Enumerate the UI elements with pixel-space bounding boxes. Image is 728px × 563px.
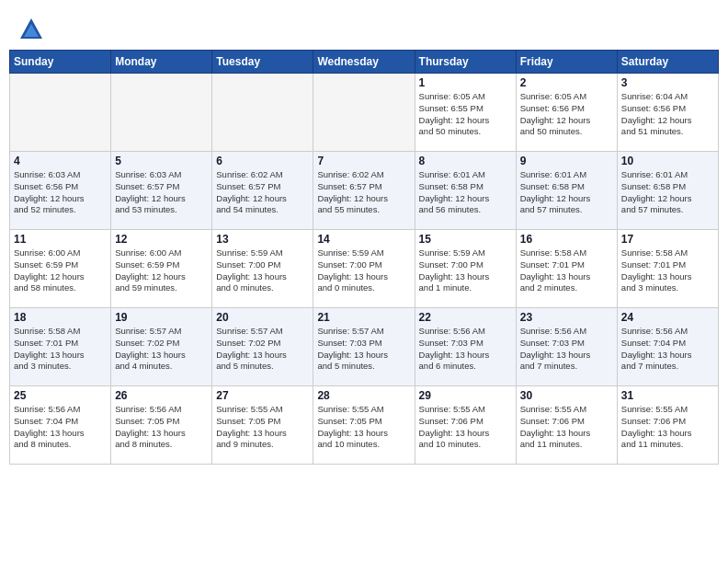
calendar-cell: 22Sunrise: 5:56 AMSunset: 7:03 PMDayligh… (415, 308, 516, 386)
day-info: Sunrise: 5:55 AMSunset: 7:05 PMDaylight:… (317, 404, 410, 451)
day-number: 10 (621, 155, 714, 167)
calendar-cell: 27Sunrise: 5:55 AMSunset: 7:05 PMDayligh… (212, 386, 313, 465)
day-number: 29 (419, 389, 512, 402)
day-number: 23 (520, 311, 613, 324)
day-info: Sunrise: 5:58 AMSunset: 7:01 PMDaylight:… (14, 326, 107, 373)
calendar-cell: 9Sunrise: 6:01 AMSunset: 6:58 PMDaylight… (516, 152, 617, 230)
day-number: 12 (115, 233, 208, 246)
day-number: 9 (520, 155, 613, 167)
calendar-cell: 18Sunrise: 5:58 AMSunset: 7:01 PMDayligh… (10, 308, 111, 386)
calendar-cell: 11Sunrise: 6:00 AMSunset: 6:59 PMDayligh… (10, 230, 111, 308)
day-info: Sunrise: 5:56 AMSunset: 7:05 PMDaylight:… (115, 404, 208, 451)
column-header-monday: Monday (111, 51, 212, 74)
day-info: Sunrise: 5:59 AMSunset: 7:00 PMDaylight:… (216, 247, 309, 294)
calendar-cell: 12Sunrise: 6:00 AMSunset: 6:59 PMDayligh… (111, 230, 212, 308)
calendar-cell (212, 74, 313, 152)
calendar-week-row: 11Sunrise: 6:00 AMSunset: 6:59 PMDayligh… (10, 230, 719, 308)
logo (18, 17, 48, 42)
calendar-cell: 19Sunrise: 5:57 AMSunset: 7:02 PMDayligh… (111, 308, 212, 386)
day-number: 8 (419, 155, 512, 167)
day-info: Sunrise: 5:59 AMSunset: 7:00 PMDaylight:… (419, 247, 512, 294)
day-info: Sunrise: 5:57 AMSunset: 7:02 PMDaylight:… (216, 326, 309, 373)
day-number: 17 (621, 233, 714, 246)
column-header-friday: Friday (516, 51, 617, 74)
day-number: 26 (115, 389, 208, 402)
day-info: Sunrise: 6:01 AMSunset: 6:58 PMDaylight:… (520, 169, 613, 216)
day-number: 19 (115, 311, 208, 324)
day-info: Sunrise: 6:00 AMSunset: 6:59 PMDaylight:… (115, 247, 208, 294)
day-info: Sunrise: 5:55 AMSunset: 7:05 PMDaylight:… (216, 404, 309, 451)
day-info: Sunrise: 6:02 AMSunset: 6:57 PMDaylight:… (216, 169, 309, 216)
calendar-week-row: 25Sunrise: 5:56 AMSunset: 7:04 PMDayligh… (10, 386, 719, 465)
day-info: Sunrise: 5:56 AMSunset: 7:03 PMDaylight:… (520, 326, 613, 373)
day-info: Sunrise: 5:59 AMSunset: 7:00 PMDaylight:… (317, 247, 410, 294)
day-number: 7 (317, 155, 410, 167)
calendar-week-row: 4Sunrise: 6:03 AMSunset: 6:56 PMDaylight… (10, 152, 719, 230)
calendar-table: SundayMondayTuesdayWednesdayThursdayFrid… (9, 50, 719, 465)
calendar-cell: 23Sunrise: 5:56 AMSunset: 7:03 PMDayligh… (516, 308, 617, 386)
calendar-cell: 20Sunrise: 5:57 AMSunset: 7:02 PMDayligh… (212, 308, 313, 386)
day-number: 21 (317, 311, 410, 324)
day-info: Sunrise: 5:58 AMSunset: 7:01 PMDaylight:… (520, 247, 613, 294)
calendar-cell: 17Sunrise: 5:58 AMSunset: 7:01 PMDayligh… (617, 230, 718, 308)
calendar-header-row: SundayMondayTuesdayWednesdayThursdayFrid… (10, 51, 719, 74)
calendar-cell: 7Sunrise: 6:02 AMSunset: 6:57 PMDaylight… (313, 152, 415, 230)
page-header (9, 9, 719, 46)
day-info: Sunrise: 5:56 AMSunset: 7:04 PMDaylight:… (621, 326, 714, 373)
day-number: 2 (520, 76, 613, 89)
column-header-saturday: Saturday (617, 51, 718, 74)
calendar-cell: 6Sunrise: 6:02 AMSunset: 6:57 PMDaylight… (212, 152, 313, 230)
calendar-cell (111, 74, 212, 152)
calendar-cell: 31Sunrise: 5:55 AMSunset: 7:06 PMDayligh… (617, 386, 718, 465)
day-number: 13 (216, 233, 309, 246)
calendar-cell: 28Sunrise: 5:55 AMSunset: 7:05 PMDayligh… (313, 386, 415, 465)
day-number: 14 (317, 233, 410, 246)
calendar-cell (10, 74, 111, 152)
day-number: 31 (621, 389, 714, 402)
day-info: Sunrise: 6:02 AMSunset: 6:57 PMDaylight:… (317, 169, 410, 216)
day-info: Sunrise: 5:57 AMSunset: 7:03 PMDaylight:… (317, 326, 410, 373)
calendar-week-row: 1Sunrise: 6:05 AMSunset: 6:55 PMDaylight… (10, 74, 719, 152)
day-number: 25 (14, 389, 107, 402)
calendar-cell (313, 74, 415, 152)
day-number: 3 (621, 76, 714, 89)
logo-icon (18, 17, 44, 42)
day-number: 16 (520, 233, 613, 246)
calendar-cell: 14Sunrise: 5:59 AMSunset: 7:00 PMDayligh… (313, 230, 415, 308)
column-header-wednesday: Wednesday (313, 51, 415, 74)
calendar-cell: 29Sunrise: 5:55 AMSunset: 7:06 PMDayligh… (415, 386, 516, 465)
day-info: Sunrise: 5:56 AMSunset: 7:03 PMDaylight:… (419, 326, 512, 373)
day-info: Sunrise: 6:00 AMSunset: 6:59 PMDaylight:… (14, 247, 107, 294)
column-header-thursday: Thursday (415, 51, 516, 74)
calendar-cell: 4Sunrise: 6:03 AMSunset: 6:56 PMDaylight… (10, 152, 111, 230)
column-header-sunday: Sunday (10, 51, 111, 74)
day-info: Sunrise: 5:56 AMSunset: 7:04 PMDaylight:… (14, 404, 107, 451)
day-number: 30 (520, 389, 613, 402)
day-info: Sunrise: 5:55 AMSunset: 7:06 PMDaylight:… (621, 404, 714, 451)
calendar-cell: 15Sunrise: 5:59 AMSunset: 7:00 PMDayligh… (415, 230, 516, 308)
column-header-tuesday: Tuesday (212, 51, 313, 74)
day-info: Sunrise: 6:05 AMSunset: 6:56 PMDaylight:… (520, 91, 613, 138)
calendar-cell: 16Sunrise: 5:58 AMSunset: 7:01 PMDayligh… (516, 230, 617, 308)
day-info: Sunrise: 6:03 AMSunset: 6:57 PMDaylight:… (115, 169, 208, 216)
day-number: 15 (419, 233, 512, 246)
calendar-cell: 5Sunrise: 6:03 AMSunset: 6:57 PMDaylight… (111, 152, 212, 230)
day-info: Sunrise: 5:57 AMSunset: 7:02 PMDaylight:… (115, 326, 208, 373)
day-number: 20 (216, 311, 309, 324)
day-number: 5 (115, 155, 208, 167)
calendar-cell: 25Sunrise: 5:56 AMSunset: 7:04 PMDayligh… (10, 386, 111, 465)
day-info: Sunrise: 6:01 AMSunset: 6:58 PMDaylight:… (621, 169, 714, 216)
day-number: 24 (621, 311, 714, 324)
day-number: 6 (216, 155, 309, 167)
day-number: 4 (14, 155, 107, 167)
calendar-week-row: 18Sunrise: 5:58 AMSunset: 7:01 PMDayligh… (10, 308, 719, 386)
day-number: 1 (419, 76, 512, 89)
day-info: Sunrise: 6:05 AMSunset: 6:55 PMDaylight:… (419, 91, 512, 138)
day-info: Sunrise: 6:03 AMSunset: 6:56 PMDaylight:… (14, 169, 107, 216)
day-info: Sunrise: 5:55 AMSunset: 7:06 PMDaylight:… (520, 404, 613, 451)
calendar-cell: 10Sunrise: 6:01 AMSunset: 6:58 PMDayligh… (617, 152, 718, 230)
calendar-cell: 30Sunrise: 5:55 AMSunset: 7:06 PMDayligh… (516, 386, 617, 465)
day-number: 18 (14, 311, 107, 324)
day-info: Sunrise: 6:01 AMSunset: 6:58 PMDaylight:… (419, 169, 512, 216)
day-info: Sunrise: 5:58 AMSunset: 7:01 PMDaylight:… (621, 247, 714, 294)
